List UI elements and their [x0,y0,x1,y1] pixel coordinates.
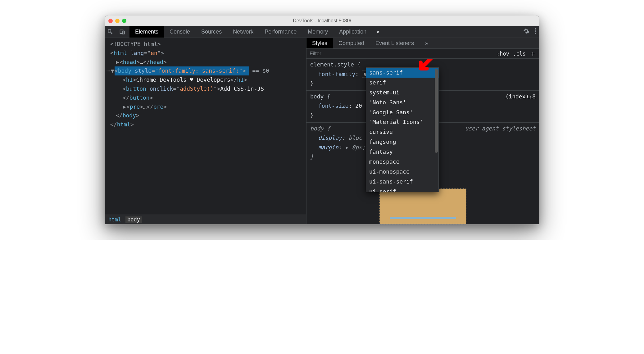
dom-body-close[interactable]: </body> [110,111,303,120]
minimize-icon[interactable] [115,19,120,23]
dom-button[interactable]: <button onclick="addStyle()">Add CSS-in-… [110,84,303,93]
css-property[interactable]: display [318,134,342,141]
panel-tabs: ElementsConsoleSourcesNetworkPerformance… [129,26,372,38]
tab-network[interactable]: Network [227,26,259,38]
new-rule-button[interactable]: ＋ [529,49,536,58]
svg-point-4 [535,30,536,32]
inspect-icon[interactable] [105,27,116,37]
autocomplete-option[interactable]: system-ui [366,88,438,98]
cls-toggle[interactable]: .cls [513,51,526,57]
styles-panel: StylesComputedEvent Listeners» :hov .cls… [306,38,539,224]
dom-head[interactable]: ▶<head>…</head> [110,58,303,67]
svg-point-3 [535,28,536,30]
autocomplete-option[interactable]: ui-monospace [366,167,438,177]
window-controls [108,19,126,23]
svg-rect-1 [120,30,123,34]
autocomplete-option[interactable]: 'Google Sans' [366,107,438,117]
css-property[interactable]: font-size [318,102,349,109]
dom-button-close[interactable]: </button> [110,93,303,102]
collapse-arrow-icon[interactable]: ▼ [111,66,115,75]
tab-sources[interactable]: Sources [196,26,227,38]
sidebar-tabs: StylesComputedEvent Listeners» [306,38,539,49]
dom-body-selected[interactable]: ⋯▼<body style="font-family: sans-serif;"… [105,66,303,75]
css-property[interactable]: margin [318,144,338,151]
sidebar-tab-styles[interactable]: Styles [306,38,333,48]
autocomplete-option[interactable]: monospace [366,157,438,167]
autocomplete-option[interactable]: 'Material Icons' [366,117,438,127]
autocomplete-option[interactable]: 'Noto Sans' [366,98,438,107]
css-value[interactable]: ▸ 8px; [345,144,365,151]
filter-bar: :hov .cls ＋ [306,49,539,59]
dom-tree[interactable]: <!DOCTYPE html> <html lang="en"> ▶<head>… [105,38,306,215]
dom-h1[interactable]: <h1>Chrome DevTools ♥ Developers</h1> [110,75,303,84]
autocomplete-option[interactable]: cursive [366,127,438,137]
autocomplete-option[interactable]: ui-sans-serif [366,177,438,187]
toolbar-right [523,28,539,36]
tab-performance[interactable]: Performance [259,26,302,38]
styles-list: element.style {font-family: sans-serif;}… [306,59,539,224]
autocomplete-option[interactable]: serif [366,78,438,88]
dom-html-close[interactable]: </html> [110,120,303,129]
main-split: <!DOCTYPE html> <html lang="en"> ▶<head>… [105,38,539,224]
close-icon[interactable] [108,19,113,23]
css-property[interactable]: font-family [318,71,355,77]
breadcrumbs: htmlbody [105,215,306,224]
tabs-overflow[interactable]: » [372,29,384,35]
sidebar-tabs-overflow[interactable]: » [420,38,434,48]
dom-html-open[interactable]: <html lang="en"> [110,49,303,58]
css-value[interactable]: 20 [355,102,362,109]
source-link[interactable]: user agent stylesheet [465,124,536,134]
filter-input[interactable] [310,51,497,57]
css-value[interactable]: bloc [349,134,362,141]
expand-arrow-icon[interactable]: ▶ [123,102,126,111]
expand-arrow-icon[interactable]: ▶ [116,58,120,67]
tab-elements[interactable]: Elements [129,26,164,38]
dom-doctype[interactable]: <!DOCTYPE html> [110,40,303,49]
hov-toggle[interactable]: :hov [497,51,509,57]
autocomplete-dropdown[interactable]: sans-serifserifsystem-ui'Noto Sans''Goog… [366,67,439,192]
sidebar-tab-computed[interactable]: Computed [333,38,370,48]
tab-memory[interactable]: Memory [302,26,333,38]
device-toggle-icon[interactable] [116,27,128,37]
autocomplete-option[interactable]: fangsong [366,137,438,147]
filter-actions: :hov .cls ＋ [497,49,536,58]
annotation-arrow-icon [415,59,434,75]
sidebar-tab-event-listeners[interactable]: Event Listeners [370,38,420,48]
settings-icon[interactable] [523,28,529,36]
window-title: DevTools - localhost:8080/ [105,18,539,24]
titlebar: DevTools - localhost:8080/ [105,16,539,26]
tab-application[interactable]: Application [333,26,372,38]
elements-panel: <!DOCTYPE html> <html lang="en"> ▶<head>… [105,38,306,224]
svg-point-5 [535,33,536,34]
breadcrumb-html[interactable]: html [108,216,121,223]
source-link[interactable]: (index):8 [505,92,536,102]
breadcrumb-body[interactable]: body [125,216,142,223]
maximize-icon[interactable] [122,19,126,23]
dom-pre[interactable]: ▶<pre>…</pre> [110,102,303,111]
devtools-window: DevTools - localhost:8080/ ElementsConso… [105,16,539,224]
main-toolbar: ElementsConsoleSourcesNetworkPerformance… [105,26,539,38]
kebab-menu-icon[interactable] [534,28,536,36]
autocomplete-option[interactable]: fantasy [366,147,438,157]
autocomplete-option[interactable]: ui-serif [366,187,438,192]
tab-console[interactable]: Console [164,26,196,38]
scrollbar[interactable] [435,69,438,153]
